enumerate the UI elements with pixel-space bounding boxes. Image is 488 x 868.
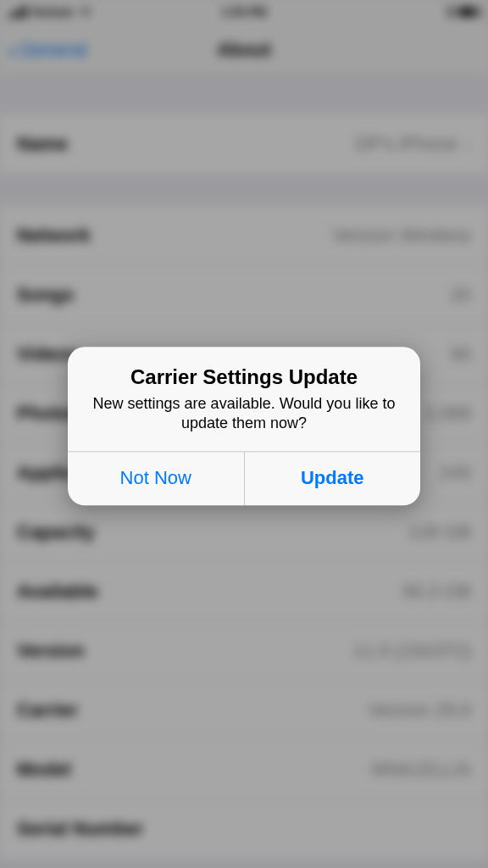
alert-body: Carrier Settings Update New settings are… (68, 347, 420, 451)
update-button[interactable]: Update (244, 452, 421, 505)
alert-actions: Not Now Update (68, 451, 420, 505)
alert-title: Carrier Settings Update (86, 365, 402, 389)
alert-message: New settings are available. Would you li… (86, 394, 402, 434)
carrier-settings-alert: Carrier Settings Update New settings are… (68, 347, 420, 505)
not-now-button[interactable]: Not Now (68, 452, 244, 505)
